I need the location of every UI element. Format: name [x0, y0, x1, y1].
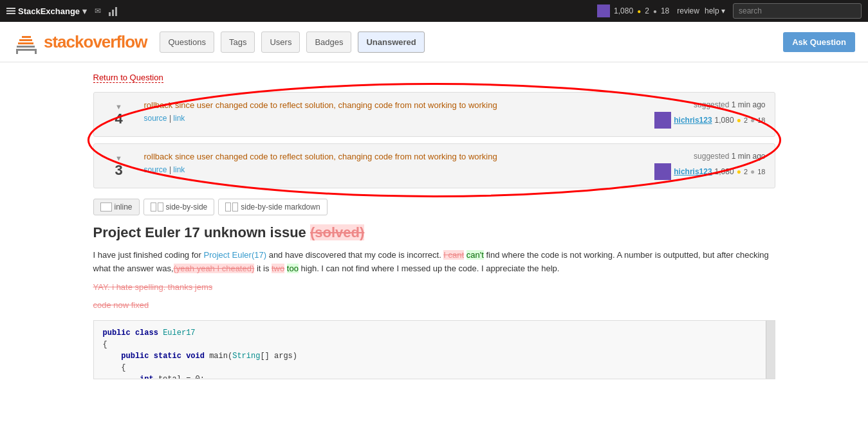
- vote-count: 3: [115, 162, 122, 179]
- vote-section: ▼ 4: [103, 100, 135, 127]
- site-logo: stackoverflow: [13, 28, 147, 55]
- suggestion-meta: suggested 1 min ago hichris123 1,080 ● 2…: [637, 100, 766, 129]
- user-info: 1,080 ● 2 ● 18: [597, 4, 669, 17]
- gold-badge-dot: ●: [737, 116, 741, 125]
- suggestion-time: 1 min ago: [732, 152, 766, 161]
- side-by-side-md-icon: [225, 203, 238, 212]
- achievements-icon[interactable]: [109, 6, 117, 16]
- view-tabs: inline side-by-side side-by-side markdow…: [93, 199, 775, 215]
- suggestion-links: source | link: [144, 114, 628, 123]
- svg-rect-3: [19, 39, 32, 41]
- user-rep: 1,080: [715, 116, 734, 125]
- nav-users[interactable]: Users: [261, 32, 300, 53]
- logo-text: stackoverflow: [44, 32, 147, 52]
- suggestion-meta: suggested 1 min ago hichris123 1,080 ● 2…: [637, 152, 766, 180]
- nav-tags[interactable]: Tags: [221, 32, 255, 53]
- silver-badge-count: 18: [661, 6, 669, 15]
- svg-rect-5: [16, 49, 18, 54]
- silver-badge-dot: ●: [653, 8, 657, 15]
- user-info: hichris123 1,080 ● 2 ● 18: [637, 112, 766, 129]
- topbar-brand[interactable]: StackExchange ▾: [6, 6, 87, 16]
- code-scroll[interactable]: public class Euler17 { public static voi…: [94, 321, 775, 379]
- suggestion-time: 1 min ago: [732, 100, 766, 109]
- dropdown-icon[interactable]: ▾: [82, 6, 87, 16]
- logo-icon: [13, 28, 40, 55]
- gold-badge-count: 2: [645, 6, 649, 15]
- suggested-label: suggested: [694, 100, 729, 109]
- ask-question-button[interactable]: Ask Question: [783, 32, 855, 52]
- return-to-question-link[interactable]: Return to Question: [93, 73, 163, 83]
- body-cont1: and have discovered that my code is inco…: [266, 250, 443, 260]
- review-link[interactable]: review: [677, 6, 699, 15]
- tab-inline[interactable]: inline: [93, 199, 140, 215]
- nav-questions[interactable]: Questions: [160, 32, 214, 53]
- body-del1: I cant: [443, 250, 464, 260]
- topbar: StackExchange ▾ ✉ 1,080 ● 2 ● 18 review …: [0, 0, 868, 22]
- gold-badge-dot: ●: [737, 167, 741, 176]
- user-rep: 1,080: [715, 167, 734, 176]
- search-input[interactable]: [733, 3, 862, 19]
- username-link[interactable]: hichris123: [674, 167, 712, 176]
- post-body: I have just finished coding for Project …: [93, 249, 775, 312]
- source-link[interactable]: source: [144, 165, 167, 174]
- link-link[interactable]: link: [173, 114, 185, 123]
- vote-count: 4: [115, 111, 122, 127]
- suggested-label: suggested: [694, 152, 729, 161]
- suggestion-row: ▼ 4 rollback since user changed code to …: [93, 92, 775, 137]
- svg-rect-0: [17, 49, 35, 51]
- site-header: stackoverflow Questions Tags Users Badge…: [0, 22, 868, 62]
- scrollbar[interactable]: [766, 321, 775, 379]
- post-title: Project Euler 17 unknown issue (solved): [93, 224, 775, 241]
- svg-rect-4: [22, 36, 31, 38]
- avatar: [654, 163, 671, 180]
- suggestion-text: rollback since user changed code to refl…: [144, 152, 628, 161]
- post-paragraph-1: I have just finished coding for Project …: [93, 249, 775, 276]
- tab-side-by-side[interactable]: side-by-side: [143, 199, 215, 215]
- nav-badges[interactable]: Badges: [306, 32, 351, 53]
- gold-count: 2: [744, 116, 748, 124]
- avatar: [654, 112, 671, 129]
- suggestion-text: rollback since user changed code to refl…: [144, 100, 628, 110]
- inbox-icon[interactable]: ✉: [95, 6, 101, 15]
- main-content: Return to Question ▼ 4 rollback since us…: [80, 62, 788, 390]
- help-link[interactable]: help ▾: [705, 6, 725, 15]
- help-dropdown-icon: ▾: [721, 6, 725, 15]
- suggestion-links: source | link: [144, 165, 628, 174]
- nav-unanswered[interactable]: Unanswered: [358, 32, 424, 53]
- vote-section: ▼ 3: [103, 152, 135, 179]
- avatar[interactable]: [597, 4, 610, 17]
- body-ins2: too: [287, 264, 299, 273]
- body-cont3: it is: [254, 264, 272, 273]
- code-block: public class Euler17 { public static voi…: [94, 321, 775, 379]
- logo-overflow: overflow: [84, 32, 147, 51]
- vote-down-button[interactable]: ▼: [115, 154, 122, 162]
- tab-side-by-side-markdown-label: side-by-side markdown: [241, 203, 320, 212]
- silver-badge-dot: ●: [750, 116, 755, 125]
- gold-badge-dot: ●: [637, 8, 641, 15]
- body-del3: two: [272, 264, 284, 273]
- struck-line1: YAY. i hate spelling. thanks jems: [93, 281, 775, 294]
- body-ins1: can't: [466, 250, 484, 260]
- tab-side-by-side-markdown[interactable]: side-by-side markdown: [218, 199, 327, 215]
- title-normal: Project Euler 17 unknown issue: [93, 224, 306, 240]
- body-intro: I have just finished coding for: [93, 250, 204, 260]
- silver-badge-dot: ●: [750, 167, 755, 176]
- body-cont4: high. I can not find where I messed up t…: [299, 264, 559, 273]
- hamburger-icon[interactable]: [6, 8, 15, 14]
- username-link[interactable]: hichris123: [674, 116, 712, 125]
- link-link[interactable]: link: [173, 165, 185, 174]
- suggestion-content: rollback since user changed code to refl…: [135, 152, 637, 174]
- svg-rect-6: [35, 49, 37, 54]
- brand-name[interactable]: StackExchange: [18, 6, 80, 16]
- search-box: [733, 3, 862, 19]
- svg-rect-2: [18, 42, 33, 44]
- reputation: 1,080: [614, 6, 633, 15]
- suggestions-container: ▼ 4 rollback since user changed code to …: [93, 92, 775, 188]
- suggestion-content: rollback since user changed code to refl…: [135, 100, 637, 123]
- vote-down-button[interactable]: ▼: [115, 103, 122, 111]
- title-struck: (solved): [310, 224, 364, 240]
- tab-side-by-side-label: side-by-side: [166, 203, 208, 212]
- code-container: public class Euler17 { public static voi…: [93, 320, 775, 379]
- source-link[interactable]: source: [144, 114, 167, 123]
- euler-link[interactable]: Project Euler(17): [204, 250, 267, 260]
